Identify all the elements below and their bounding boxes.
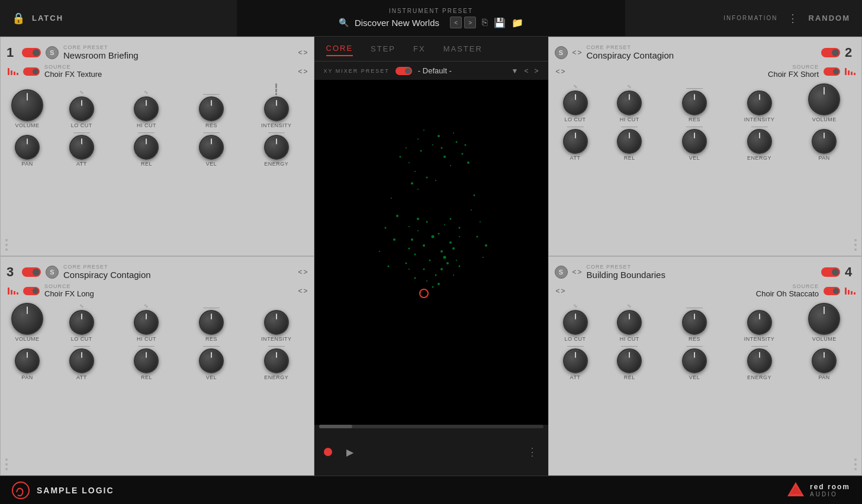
channel-2-src-prev[interactable]: < — [556, 67, 560, 76]
volume-knob-3[interactable] — [11, 303, 43, 335]
search-icon[interactable]: 🔍 — [339, 18, 349, 27]
channel-4-src-prev[interactable]: < — [556, 287, 560, 295]
pan-knob-1[interactable] — [15, 135, 40, 160]
intensity-knob-2[interactable] — [747, 91, 772, 115]
channel-4-next[interactable]: > — [578, 268, 582, 276]
channel-3-toggle[interactable] — [22, 267, 41, 277]
intensity-knob-4[interactable] — [747, 310, 772, 335]
dots-menu[interactable]: ⋮ — [787, 12, 799, 25]
brand-left: SAMPLE LOGIC — [12, 482, 114, 499]
rel-knob-2[interactable] — [617, 129, 642, 154]
energy-knob-4[interactable] — [747, 348, 772, 373]
channel-1-src-next[interactable]: > — [303, 67, 307, 76]
channel-4-src-next[interactable]: > — [561, 287, 565, 295]
channel-2-source-row: SOURCE Choir FX Short < > — [555, 64, 856, 79]
locut-knob-3[interactable] — [69, 310, 94, 335]
tab-fx[interactable]: FX — [413, 42, 426, 56]
channel-3-src-next[interactable]: > — [303, 287, 307, 295]
svg-point-62 — [379, 251, 380, 252]
channel-1-next[interactable]: > — [303, 49, 307, 57]
instrument-preset-name: Discover New Worlds — [355, 18, 439, 28]
channel-1-source-toggle[interactable] — [23, 67, 40, 76]
att-knob-4[interactable] — [563, 348, 588, 373]
channel-4-prev[interactable]: < — [572, 268, 577, 276]
channel-1-src-prev[interactable]: < — [298, 67, 302, 76]
rel-label-1: REL — [141, 161, 152, 167]
tab-core[interactable]: CORE — [326, 41, 353, 56]
preset-next-btn[interactable]: > — [464, 17, 476, 28]
channel-3-solo-btn[interactable]: S — [46, 266, 59, 279]
intensity-knob-1[interactable] — [264, 96, 289, 121]
locut-knob-4[interactable] — [563, 310, 588, 335]
hicut-knob-2[interactable] — [617, 91, 642, 115]
pan-knob-2[interactable] — [812, 129, 837, 154]
res-knob-1[interactable] — [199, 96, 224, 121]
random-label: RANDOM — [809, 14, 851, 22]
hicut-knob-4[interactable] — [617, 310, 642, 335]
channel-1-toggle[interactable] — [22, 48, 41, 57]
res-knob-4[interactable] — [682, 310, 707, 335]
channel-4-toggle[interactable] — [821, 267, 840, 277]
vel-knob-1[interactable] — [199, 135, 224, 160]
volume-knob-4[interactable] — [808, 303, 840, 335]
xy-toggle[interactable] — [395, 67, 412, 75]
svg-point-26 — [429, 260, 430, 261]
channel-1-prev[interactable]: < — [298, 49, 302, 57]
pan-knob-3[interactable] — [15, 348, 40, 373]
att-knob-2[interactable] — [563, 129, 588, 154]
save-btn[interactable]: 💾 — [494, 17, 506, 28]
vel-knob-2[interactable] — [682, 129, 707, 154]
res-knob-3[interactable] — [199, 310, 224, 335]
energy-knob-3[interactable] — [264, 348, 289, 373]
xy-next[interactable]: > — [534, 67, 538, 75]
att-knob-3[interactable] — [69, 348, 94, 373]
tab-step[interactable]: STEP — [371, 42, 395, 56]
channel-3-prev[interactable]: < — [298, 268, 302, 276]
play-btn[interactable]: ▶ — [342, 444, 358, 460]
folder-btn[interactable]: 📁 — [512, 17, 523, 28]
channel-2-source-toggle[interactable] — [824, 67, 840, 76]
rel-knob-4[interactable] — [617, 348, 642, 373]
hicut-knob-1[interactable] — [134, 96, 159, 121]
locut-knob-1[interactable] — [69, 96, 94, 121]
svg-point-60 — [393, 238, 395, 241]
att-knob-1[interactable] — [69, 135, 94, 160]
xy-prev[interactable]: < — [524, 67, 528, 75]
channel-3-source-toggle[interactable] — [23, 287, 40, 295]
energy-knob-2[interactable] — [747, 129, 772, 154]
channel-4-source-toggle[interactable] — [824, 287, 840, 295]
copy-btn[interactable]: ⎘ — [482, 17, 488, 28]
volume-knob-2[interactable] — [808, 83, 840, 115]
svg-point-1 — [432, 144, 433, 146]
vel-knob-4[interactable] — [682, 348, 707, 373]
hicut-knob-3[interactable] — [134, 310, 159, 335]
record-btn[interactable] — [324, 448, 332, 456]
channel-3-next[interactable]: > — [303, 268, 307, 276]
volume-knob-1[interactable] — [11, 89, 43, 121]
vel-label-1: VEL — [206, 161, 217, 167]
rel-knob-1[interactable] — [134, 135, 159, 160]
res-knob-2[interactable] — [682, 91, 707, 115]
channel-3-src-prev[interactable]: < — [298, 287, 302, 295]
channel-2-next[interactable]: > — [578, 49, 582, 57]
xy-crosshair[interactable] — [419, 289, 429, 298]
vel-knob-3[interactable] — [199, 348, 224, 373]
channel-2-prev[interactable]: < — [572, 49, 577, 57]
channel-2-toggle[interactable] — [821, 48, 840, 57]
xy-canvas[interactable] — [314, 80, 548, 425]
intensity-knob-3[interactable] — [264, 310, 289, 335]
locut-knob-2[interactable] — [563, 91, 588, 115]
channel-1-solo-btn[interactable]: S — [46, 46, 59, 59]
svg-point-45 — [458, 266, 460, 267]
preset-prev-btn[interactable]: < — [450, 17, 462, 28]
center-dots-menu[interactable]: ⋮ — [527, 445, 539, 458]
tab-master[interactable]: MASTER — [443, 42, 483, 56]
svg-point-42 — [432, 286, 433, 288]
channel-2-solo-btn[interactable]: S — [555, 46, 568, 59]
channel-4-solo-btn[interactable]: S — [555, 266, 568, 279]
energy-knob-1[interactable] — [264, 135, 289, 160]
rel-knob-3[interactable] — [134, 348, 159, 373]
channel-2-src-next[interactable]: > — [561, 67, 565, 76]
pan-knob-4[interactable] — [812, 348, 837, 373]
xy-dropdown-arrow[interactable]: ▼ — [512, 67, 519, 75]
